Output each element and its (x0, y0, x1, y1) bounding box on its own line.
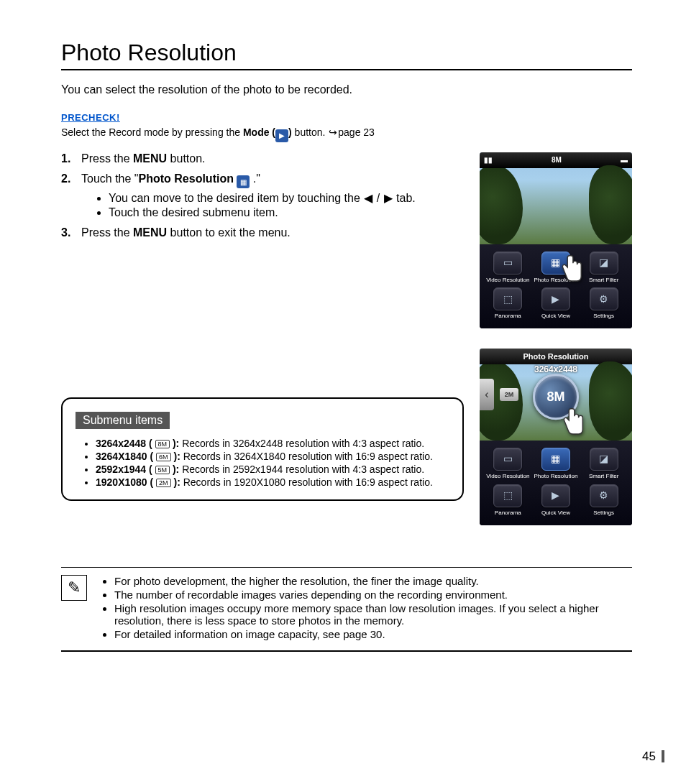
photo-resolution-icon: ▦ (541, 448, 570, 471)
submenu-item: 3264X1840 ( 6M ): Records in 3264X1840 r… (96, 451, 449, 462)
submenu-item: 3264x2448 ( 8M ): Records in 3264x2448 r… (96, 438, 449, 449)
chip-left[interactable]: 2M (500, 388, 518, 401)
mp-icon: 2M (156, 479, 171, 487)
menu-video-resolution[interactable]: ▭Video Resolution (485, 252, 531, 284)
smart-filter-icon: ◪ (590, 252, 618, 275)
step-2-sub1: You can move to the desired item by touc… (109, 191, 465, 205)
settings-icon: ⚙ (590, 484, 618, 507)
panorama-icon: ⬚ (493, 484, 522, 507)
precheck-label: PRECHECK! (61, 112, 120, 123)
menu-smart-filter[interactable]: ◪Smart Filter (581, 448, 626, 480)
photo-resolution-icon: ▦ (237, 175, 250, 188)
precheck-section: PRECHECK! Select the Record mode by pres… (61, 111, 632, 142)
resolution-value: 3264x2448 (480, 364, 632, 374)
status-mp: 8M (552, 156, 562, 164)
note-item: The number of recordable images varies d… (114, 589, 632, 601)
page-title: Photo Resolution (61, 40, 632, 70)
submenu-item: 1920X1080 ( 2M ): Records in 1920X1080 r… (96, 476, 449, 488)
note-item: For detailed information on image capaci… (114, 628, 632, 640)
menu-quick-view[interactable]: ▶Quick View (534, 287, 579, 320)
right-arrow-icon: ▶ (383, 191, 393, 205)
settings-icon: ⚙ (590, 287, 618, 310)
chevron-right-icon[interactable]: › (618, 379, 632, 410)
chip-right[interactable]: 6M (593, 388, 612, 401)
page-number: 45 (642, 750, 664, 762)
video-resolution-icon: ▭ (493, 252, 522, 275)
note-icon: ✎ (61, 575, 87, 601)
menu-photo-resolution[interactable]: ▦Photo Resolution (534, 448, 579, 480)
signal-icon: ▮▮ (484, 156, 493, 164)
status-bar: ▮▮ 8M ▬ (480, 152, 632, 168)
submenu-item: 2592x1944 ( 5M ): Records in 2592x1944 r… (96, 464, 449, 475)
steps-list: 1. Press the MENU button. 2. Touch the "… (61, 152, 465, 545)
page-ref-arrow-icon: ↪ (328, 126, 338, 138)
menu-panorama[interactable]: ⬚Panorama (485, 287, 531, 320)
video-resolution-icon: ▭ (493, 448, 522, 471)
menu-quick-view[interactable]: ▶Quick View (534, 484, 579, 517)
chevron-left-icon[interactable]: ‹ (480, 379, 494, 410)
precheck-text: Select the Record mode by pressing the M… (61, 126, 632, 142)
device-screenshot-2: Photo Resolution 3264x2448 ‹ › 2M 6M 8M … (480, 349, 632, 525)
left-arrow-icon: ◀ (363, 191, 373, 205)
submenu-items-box: Submenu items 3264x2448 ( 8M ): Records … (61, 397, 464, 501)
step-1: 1. Press the MENU button. (61, 152, 465, 165)
note-item: For photo development, the higher the re… (114, 575, 632, 587)
mp-icon: 5M (155, 466, 170, 474)
mp-icon: 6M (156, 453, 171, 461)
device-screenshot-1: ▮▮ 8M ▬ ▭Video Resolution ▦Photo Resolut… (480, 152, 632, 329)
menu-smart-filter[interactable]: ◪Smart Filter (581, 252, 626, 284)
step-3: 3. Press the MENU button to exit the men… (61, 226, 465, 239)
mp-icon: 8M (155, 440, 170, 448)
mode-play-icon: ▶ (275, 129, 288, 142)
photo-resolution-icon: ▦ (541, 252, 570, 275)
quick-view-icon: ▶ (541, 484, 570, 507)
menu-photo-resolution[interactable]: ▦Photo Resolution (534, 252, 579, 284)
smart-filter-icon: ◪ (590, 448, 618, 471)
submenu-title: Submenu items (76, 412, 170, 429)
note-item: High resolution images occupy more memor… (114, 602, 632, 627)
resolution-header: Photo Resolution (480, 349, 632, 364)
menu-video-resolution[interactable]: ▭Video Resolution (485, 448, 531, 480)
menu-settings[interactable]: ⚙Settings (581, 484, 626, 517)
menu-panorama[interactable]: ⬚Panorama (485, 484, 531, 517)
step-2: 2. Touch the "Photo Resolution ▦ ." You … (61, 172, 465, 220)
battery-icon: ▬ (621, 156, 628, 164)
notes-section: ✎ For photo development, the higher the … (61, 567, 632, 652)
menu-settings[interactable]: ⚙Settings (581, 287, 626, 320)
quick-view-icon: ▶ (541, 287, 570, 310)
panorama-icon: ⬚ (493, 287, 522, 310)
intro-text: You can select the resolution of the pho… (61, 83, 632, 96)
step-2-sub2: Touch the desired submenu item. (109, 206, 465, 219)
resolution-dial[interactable]: 8M (533, 374, 579, 420)
